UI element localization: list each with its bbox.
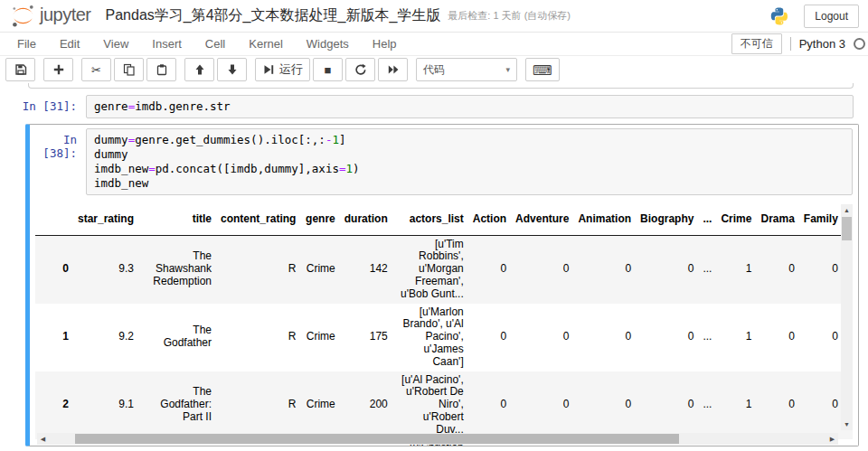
menu-right: 不可信 Python 3: [731, 33, 868, 54]
table-cell: 142: [340, 235, 392, 303]
row-index: 2: [35, 371, 73, 439]
table-cell: 0: [511, 304, 573, 371]
column-header: Action: [468, 204, 511, 235]
horizontal-scroll-thumb[interactable]: [75, 434, 679, 444]
stop-icon: ■: [325, 64, 332, 76]
table-cell: 0: [756, 371, 798, 439]
code-line: genre=imdb.genre.str: [94, 99, 845, 114]
menu-kernel[interactable]: Kernel: [237, 33, 295, 54]
table-cell: 0: [573, 371, 636, 439]
jupyter-logo-icon: [11, 4, 35, 28]
run-label: 运行: [279, 61, 303, 78]
cell-type-dropdown[interactable]: 代码 ▾: [416, 58, 517, 81]
paste-cells-button[interactable]: [146, 58, 176, 81]
python-logo-icon: [769, 6, 789, 26]
logout-button[interactable]: Logout: [804, 5, 859, 28]
command-palette-button[interactable]: ⌨: [525, 58, 560, 81]
scroll-right-icon[interactable]: ▶: [826, 433, 838, 445]
table-cell: [u'Marlon Brando', u'Al Pacino', u'James…: [392, 304, 468, 371]
vertical-scrollbar[interactable]: ▲ ▼: [841, 204, 853, 430]
table-cell: 0: [636, 235, 698, 303]
table-cell: R: [216, 304, 300, 371]
dataframe-table: star_ratingtitlecontent_ratinggenredurat…: [35, 204, 853, 446]
code-cell-38-selected[interactable]: In [38]: dummy=genre.get_dummies().iloc[…: [25, 124, 859, 446]
input-row: In [38]: dummy=genre.get_dummies().iloc[…: [30, 128, 858, 195]
column-header: Animation: [573, 204, 636, 235]
code-editor[interactable]: genre=imdb.genre.str: [86, 95, 854, 118]
table-cell: Crime: [300, 371, 339, 439]
table-cell: [u'Al Pacino', u'Robert De Niro', u'Robe…: [392, 371, 468, 439]
code-cell-31[interactable]: In [31]: genre=imdb.genre.str: [0, 95, 868, 118]
keyboard-icon: ⌨: [533, 63, 552, 77]
table-cell: 0: [636, 304, 698, 371]
row-index: 0: [35, 235, 73, 303]
notebook-title[interactable]: Pandas学习_第4部分_文本数据处理_新版本_学生版: [106, 6, 441, 25]
table-cell: Crime: [300, 235, 339, 303]
table-cell: 9.1: [73, 371, 138, 439]
menu-file[interactable]: File: [5, 33, 48, 54]
add-cell-button[interactable]: [43, 58, 73, 81]
table-cell: Crime: [300, 304, 339, 371]
vertical-scroll-thumb[interactable]: [842, 217, 852, 240]
column-header: title: [138, 204, 216, 235]
table-cell: 0: [799, 371, 843, 439]
arrow-down-icon: [226, 63, 239, 76]
table-cell: 0: [843, 439, 853, 446]
checkpoint-status: 最后检查: 1 天前 (自动保存): [448, 9, 571, 23]
menu-help[interactable]: Help: [361, 33, 409, 54]
previous-cell-remnant[interactable]: [28, 83, 854, 89]
trust-badge[interactable]: 不可信: [731, 33, 782, 54]
cell-type-value: 代码: [423, 62, 445, 78]
notebook-area: In [31]: genre=imdb.genre.str In [38]: d…: [0, 83, 868, 449]
kernel-status-icon: [854, 38, 865, 50]
jupyter-logo-text: jupyter: [40, 5, 91, 27]
menu-bar: FileEditViewInsertCellKernelWidgetsHelp …: [0, 33, 868, 56]
table-cell: 0: [573, 235, 636, 303]
run-cell-button[interactable]: 运行: [255, 58, 310, 81]
dataframe-output: star_ratingtitlecontent_ratinggenredurat…: [35, 200, 853, 446]
column-header: Adventure: [511, 204, 573, 235]
save-button[interactable]: [5, 58, 35, 81]
jupyter-logo[interactable]: jupyter: [11, 4, 91, 28]
menu-cell[interactable]: Cell: [193, 33, 237, 54]
table-cell: ...: [698, 235, 716, 303]
table-cell: The Shawshank Redemption: [138, 235, 216, 303]
scroll-up-icon[interactable]: ▲: [841, 204, 853, 216]
input-prompt: In [38]:: [30, 128, 86, 160]
table-cell: 1: [716, 235, 756, 303]
table-cell: 0: [511, 235, 573, 303]
table-cell: 0: [799, 235, 843, 303]
arrow-up-icon: [193, 63, 206, 76]
table-cell: [u'Tim Robbins', u'Morgan Freeman', u'Bo…: [392, 235, 468, 303]
code-line: dummy=genre.get_dummies().iloc[:,:-1]: [94, 133, 844, 147]
table-cell: ...: [698, 304, 716, 371]
menu-insert[interactable]: Insert: [140, 33, 193, 54]
table-cell: The Godfather: [138, 304, 216, 371]
scroll-left-icon[interactable]: ◀: [37, 433, 49, 445]
menu-view[interactable]: View: [91, 33, 140, 54]
toolbar: ✂: [0, 56, 868, 83]
menu-edit[interactable]: Edit: [48, 33, 91, 54]
table-header-row: star_ratingtitlecontent_ratinggenredurat…: [35, 204, 853, 235]
cut-cells-button[interactable]: ✂: [81, 58, 111, 81]
horizontal-scrollbar[interactable]: ◀ ▶: [37, 433, 838, 445]
code-editor[interactable]: dummy=genre.get_dummies().iloc[:,:-1]dum…: [86, 128, 853, 195]
header: jupyter Pandas学习_第4部分_文本数据处理_新版本_学生版 最后检…: [0, 0, 868, 33]
restart-kernel-button[interactable]: [345, 58, 375, 81]
table-cell: ...: [698, 371, 716, 439]
move-cell-up-button[interactable]: [184, 58, 214, 81]
move-cell-down-button[interactable]: [217, 58, 247, 81]
copy-cells-button[interactable]: [114, 58, 144, 81]
column-header: ...: [698, 204, 716, 235]
table-cell: R: [216, 235, 300, 303]
code-line: imdb_new: [94, 176, 844, 191]
interrupt-kernel-button[interactable]: ■: [313, 58, 343, 81]
column-header: star_rating: [73, 204, 138, 235]
restart-run-all-button[interactable]: [378, 58, 408, 81]
menu-widgets[interactable]: Widgets: [295, 33, 361, 54]
column-header: content_rating: [216, 204, 300, 235]
scroll-down-icon[interactable]: ▼: [841, 418, 853, 430]
table-cell: 1: [716, 304, 756, 371]
column-header: Crime: [716, 204, 756, 235]
table-row: 09.3The Shawshank RedemptionRCrime142[u'…: [35, 235, 853, 303]
